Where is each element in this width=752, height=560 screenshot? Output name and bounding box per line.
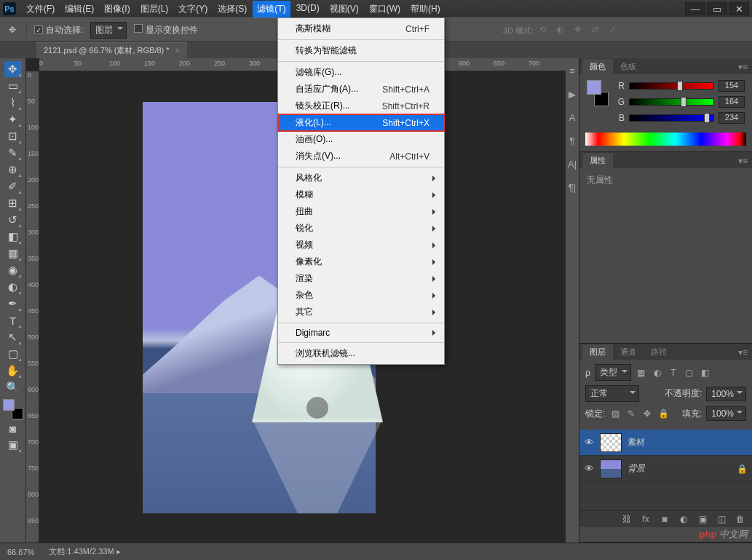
- charstyle-panel-icon[interactable]: A|: [566, 157, 579, 170]
- brush-tool[interactable]: ✐: [4, 178, 22, 194]
- green-slider[interactable]: [629, 98, 714, 106]
- parastyle-panel-icon[interactable]: ¶|: [566, 181, 579, 194]
- stamp-tool[interactable]: ⊞: [4, 195, 22, 211]
- layer-fx-icon[interactable]: fx: [640, 513, 652, 525]
- path-tool[interactable]: ↖: [4, 329, 22, 345]
- filter-adjust-icon[interactable]: ◐: [652, 367, 663, 379]
- menu-file[interactable]: 文件(F): [22, 1, 59, 17]
- history-brush-tool[interactable]: ↺: [4, 212, 22, 228]
- actions-panel-icon[interactable]: ▶: [566, 87, 579, 100]
- 3d-orbit-icon[interactable]: ⟲: [539, 25, 551, 36]
- red-value[interactable]: 154: [719, 80, 745, 92]
- screenmode-toggle[interactable]: ▣: [4, 437, 22, 453]
- color-spectrum[interactable]: [585, 133, 746, 146]
- quickmask-toggle[interactable]: ◙: [4, 420, 22, 436]
- pen-tool[interactable]: ✒: [4, 296, 22, 312]
- menu-渲染[interactable]: 渲染: [278, 270, 444, 287]
- paths-tab[interactable]: 路径: [644, 344, 674, 360]
- dodge-tool[interactable]: ◐: [4, 279, 22, 295]
- menu-其它[interactable]: 其它: [278, 304, 444, 320]
- character-panel-icon[interactable]: A: [566, 111, 579, 124]
- close-button[interactable]: ✕: [729, 2, 749, 15]
- channels-tab[interactable]: 通道: [613, 344, 644, 360]
- layer-row[interactable]: 👁 素材: [579, 430, 752, 456]
- menu-视频[interactable]: 视频: [278, 237, 444, 253]
- menu-last-filter[interactable]: 高斯模糊Ctrl+F: [278, 20, 444, 37]
- 3d-roll-icon[interactable]: ◐: [557, 25, 569, 36]
- minimize-button[interactable]: ―: [685, 2, 705, 15]
- menu-layer[interactable]: 图层(L): [136, 1, 173, 17]
- marquee-tool[interactable]: ▭: [4, 78, 22, 94]
- 3d-scale-icon[interactable]: ⤢: [609, 25, 621, 36]
- close-tab-icon[interactable]: ×: [175, 46, 180, 55]
- menu-杂色[interactable]: 杂色: [278, 287, 444, 304]
- properties-tab[interactable]: 属性: [582, 153, 613, 168]
- menu-help[interactable]: 帮助(H): [406, 1, 445, 17]
- crop-tool[interactable]: ⊡: [4, 128, 22, 144]
- history-panel-icon[interactable]: ≡: [566, 64, 579, 77]
- auto-select-dropdown[interactable]: 图层: [90, 22, 127, 39]
- color-swatch[interactable]: [587, 80, 609, 106]
- layer-thumbnail[interactable]: [600, 460, 622, 478]
- menu-select[interactable]: 选择(S): [213, 1, 251, 17]
- filter-smart-icon[interactable]: ◧: [700, 367, 711, 379]
- text-tool[interactable]: T: [4, 312, 22, 328]
- move-tool[interactable]: ✥: [4, 61, 22, 77]
- healing-tool[interactable]: ⊕: [4, 162, 22, 178]
- blur-tool[interactable]: ◉: [4, 262, 22, 278]
- filter-shape-icon[interactable]: ▢: [684, 367, 695, 379]
- lock-pixels-icon[interactable]: ✎: [625, 408, 637, 419]
- lock-transparent-icon[interactable]: ▨: [609, 408, 621, 419]
- layer-row[interactable]: 👁 背景 🔒: [579, 456, 752, 482]
- panel-menu-icon[interactable]: ▾≡: [734, 154, 752, 168]
- lock-all-icon[interactable]: 🔒: [657, 408, 669, 419]
- menu-油画(O)...[interactable]: 油画(O)...: [278, 131, 444, 148]
- group-icon[interactable]: ▣: [697, 513, 708, 525]
- foreground-background-colors[interactable]: [3, 399, 23, 419]
- adjustment-layer-icon[interactable]: ◐: [678, 513, 689, 525]
- new-layer-icon[interactable]: ◫: [716, 513, 727, 525]
- zoom-tool[interactable]: 🔍: [4, 379, 22, 395]
- wand-tool[interactable]: ✦: [4, 111, 22, 127]
- lock-position-icon[interactable]: ✥: [641, 408, 653, 419]
- menu-3d[interactable]: 3D(D): [292, 1, 324, 17]
- filter-pixel-icon[interactable]: ▦: [636, 367, 647, 379]
- menu-滤镜库(G)...[interactable]: 滤镜库(G)...: [278, 64, 444, 81]
- blue-slider[interactable]: [629, 114, 714, 122]
- menu-view[interactable]: 视图(V): [325, 1, 363, 17]
- hand-tool[interactable]: ✋: [4, 363, 22, 379]
- menu-扭曲[interactable]: 扭曲: [278, 203, 444, 220]
- menu-window[interactable]: 窗口(W): [365, 1, 405, 17]
- document-tab[interactable]: 2121.psd @ 66.7% (素材, RGB/8) *×: [36, 42, 187, 58]
- swatches-tab[interactable]: 色板: [613, 59, 644, 74]
- red-slider[interactable]: [629, 82, 714, 90]
- panel-menu-icon[interactable]: ▾≡: [734, 60, 752, 74]
- filter-kind-dropdown[interactable]: 类型: [595, 364, 631, 381]
- menu-edit[interactable]: 编辑(E): [60, 1, 98, 17]
- shape-tool[interactable]: ▢: [4, 346, 22, 362]
- layer-name[interactable]: 背景: [628, 462, 645, 475]
- lasso-tool[interactable]: ⌇: [4, 95, 22, 111]
- menu-自适应广角(A)...[interactable]: 自适应广角(A)...Shift+Ctrl+A: [278, 81, 444, 98]
- layer-mask-icon[interactable]: ◙: [659, 513, 670, 525]
- menu-image[interactable]: 图像(I): [100, 1, 134, 17]
- layer-thumbnail[interactable]: [600, 433, 622, 452]
- blue-value[interactable]: 234: [719, 112, 745, 124]
- menu-镜头校正(R)...[interactable]: 镜头校正(R)...Shift+Ctrl+R: [278, 98, 444, 114]
- menu-type[interactable]: 文字(Y): [174, 1, 212, 17]
- delete-layer-icon[interactable]: 🗑: [735, 513, 746, 525]
- show-transform-checkbox[interactable]: 显示变换控件: [134, 24, 198, 36]
- visibility-toggle[interactable]: 👁: [584, 464, 594, 474]
- fill-dropdown[interactable]: 100%: [706, 406, 746, 421]
- 3d-slide-icon[interactable]: ⇄: [592, 25, 603, 36]
- 3d-pan-icon[interactable]: ✥: [574, 25, 586, 36]
- auto-select-checkbox[interactable]: 自动选择:: [34, 24, 83, 36]
- color-tab[interactable]: 颜色: [582, 59, 613, 74]
- menu-模糊[interactable]: 模糊: [278, 186, 444, 203]
- maximize-button[interactable]: ▭: [707, 2, 727, 15]
- menu-digimarc[interactable]: Digimarc: [278, 326, 444, 340]
- doc-size[interactable]: 文档:1.43M/2.33M ▸: [49, 546, 120, 557]
- panel-menu-icon[interactable]: ▾≡: [734, 345, 752, 360]
- layer-name[interactable]: 素材: [628, 436, 645, 449]
- link-layers-icon[interactable]: ⛓: [621, 513, 633, 525]
